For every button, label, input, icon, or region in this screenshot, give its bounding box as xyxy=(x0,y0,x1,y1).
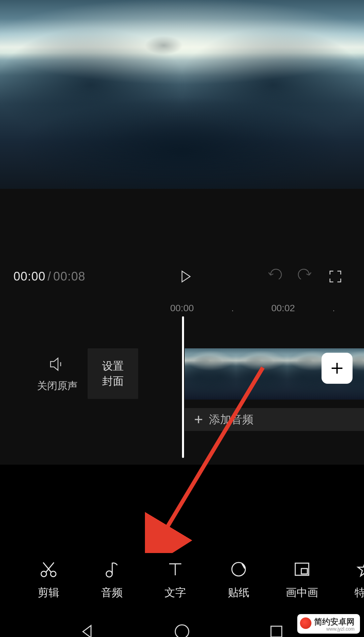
square-recent-icon xyxy=(267,622,286,637)
clip-frame xyxy=(185,348,236,400)
set-cover-button[interactable]: 设置 封面 xyxy=(88,348,138,399)
fullscreen-icon xyxy=(327,268,343,285)
watermark-title: 简约安卓网 xyxy=(314,617,355,626)
undo-icon xyxy=(267,268,283,285)
svg-rect-8 xyxy=(271,626,282,637)
time-separator: / xyxy=(48,269,51,284)
svg-rect-6 xyxy=(301,569,307,574)
preview-image xyxy=(0,0,364,189)
play-button[interactable] xyxy=(174,265,197,288)
tool-effect[interactable]: 特效 xyxy=(334,553,364,607)
nav-back-button[interactable] xyxy=(78,622,97,637)
add-audio-label: 添加音频 xyxy=(209,412,253,427)
triangle-back-icon xyxy=(78,622,97,637)
total-time: 00:08 xyxy=(53,269,85,284)
time-display: 00:00 / 00:08 xyxy=(13,269,85,284)
text-icon xyxy=(166,560,185,579)
tool-sticker[interactable]: 贴纸 xyxy=(207,553,270,607)
tool-label: 音频 xyxy=(101,585,123,600)
watermark-badge: 简约安卓网 www.jyzl.com xyxy=(297,614,360,634)
fullscreen-button[interactable] xyxy=(324,265,347,288)
play-icon xyxy=(177,268,193,285)
current-time: 00:00 xyxy=(13,269,46,284)
plus-icon xyxy=(330,361,344,376)
add-audio-button[interactable]: 添加音频 xyxy=(185,408,364,431)
redo-icon xyxy=(297,268,313,285)
circle-home-icon xyxy=(173,622,191,637)
tool-label: 画中画 xyxy=(286,585,318,600)
video-preview[interactable] xyxy=(0,0,364,189)
tool-edit[interactable]: 剪辑 xyxy=(17,553,80,607)
clip-frame xyxy=(236,348,287,400)
plus-icon xyxy=(193,414,204,425)
tool-label: 贴纸 xyxy=(228,585,249,600)
preview-letterbox xyxy=(0,189,364,260)
undo-button[interactable] xyxy=(263,265,286,288)
music-note-icon xyxy=(102,560,121,579)
svg-point-7 xyxy=(175,625,189,637)
timeline[interactable]: 关闭原声 设置 封面 添加音频 xyxy=(0,320,364,465)
mute-original-button[interactable]: 关闭原声 xyxy=(37,355,78,393)
svg-point-3 xyxy=(106,571,112,577)
scissors-icon xyxy=(39,560,58,579)
ruler-mark-0: 00:00 xyxy=(170,303,194,314)
playback-controls: 00:00 / 00:08 xyxy=(0,260,364,293)
bottom-toolbar: 剪辑 音频 文字 贴纸 画中画 特效 xyxy=(0,550,364,610)
nav-home-button[interactable] xyxy=(173,622,191,637)
tool-pip[interactable]: 画中画 xyxy=(270,553,334,607)
timeline-ruler[interactable]: 00:00 · 00:02 · xyxy=(0,293,364,320)
ruler-mark-2: 00:02 xyxy=(271,303,295,314)
ruler-dot: · xyxy=(333,306,335,315)
speaker-icon xyxy=(48,355,67,374)
mute-label: 关闭原声 xyxy=(37,379,78,393)
redo-button[interactable] xyxy=(293,265,317,288)
playhead[interactable] xyxy=(182,316,184,458)
tool-label: 剪辑 xyxy=(38,585,59,600)
cover-label-line1: 设置 xyxy=(102,358,124,374)
sticker-icon xyxy=(229,560,248,579)
tool-label: 文字 xyxy=(164,585,186,600)
add-clip-button[interactable] xyxy=(322,353,353,384)
tool-text[interactable]: 文字 xyxy=(144,553,207,607)
cover-label-line2: 封面 xyxy=(102,374,124,389)
tool-audio[interactable]: 音频 xyxy=(80,553,144,607)
ruler-dot: · xyxy=(232,306,234,315)
star-icon xyxy=(356,560,364,579)
nav-recent-button[interactable] xyxy=(267,622,286,637)
watermark-url: www.jyzl.com xyxy=(326,627,355,632)
pip-icon xyxy=(293,560,311,579)
tool-label: 特效 xyxy=(355,585,364,600)
